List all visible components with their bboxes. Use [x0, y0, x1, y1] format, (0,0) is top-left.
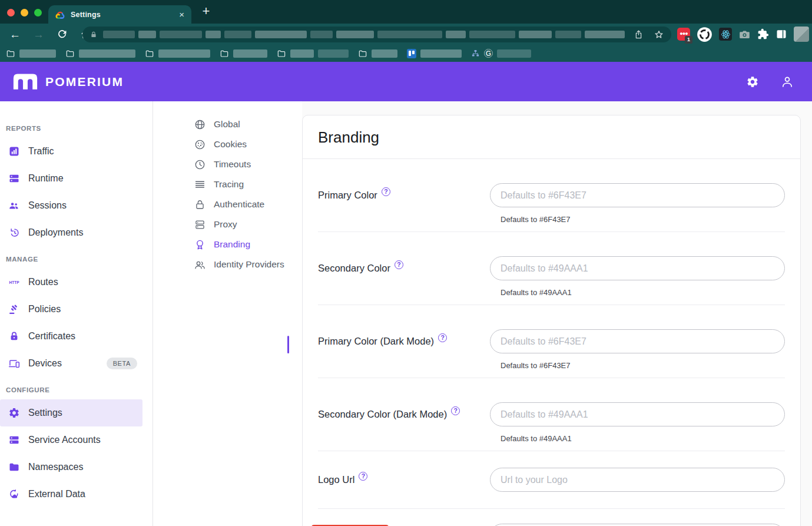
- help-icon[interactable]: ?: [395, 260, 403, 269]
- field-label: Logo Url: [318, 474, 354, 485]
- field-helper-text: Defaults to #49AAA1: [501, 434, 785, 443]
- back-button[interactable]: ←: [9, 29, 21, 40]
- subnav-item-cookies[interactable]: Cookies: [153, 134, 302, 154]
- extensions-puzzle-icon[interactable]: [757, 28, 769, 40]
- sidebar-item-service-accounts[interactable]: Service Accounts: [0, 426, 153, 454]
- extension-icons: ●●●1: [677, 24, 809, 45]
- tab-title: Settings: [71, 11, 101, 19]
- subnav-label: Timeouts: [214, 159, 251, 170]
- help-icon[interactable]: ?: [438, 333, 447, 342]
- pomerium-header: POMERIUM: [0, 62, 812, 101]
- primary-color-dark-input[interactable]: [490, 329, 785, 353]
- sidebar-item-label: Settings: [28, 408, 62, 418]
- subnav-label: Tracing: [214, 179, 244, 190]
- proxy-server-icon: [193, 219, 206, 231]
- sidebar-item-label: Policies: [28, 304, 61, 315]
- bookmark-folder[interactable]: [65, 49, 135, 58]
- beta-badge: BETA: [107, 358, 137, 369]
- secondary-color-input[interactable]: [490, 256, 785, 280]
- address-bar[interactable]: [82, 27, 671, 42]
- forward-button[interactable]: →: [33, 29, 44, 40]
- pomerium-logo-icon: [13, 73, 38, 90]
- subnav-item-identity-providers[interactable]: Identity Providers: [153, 254, 302, 274]
- bookmark-folder[interactable]: [358, 49, 397, 58]
- subnav-label: Cookies: [214, 139, 247, 150]
- sidebar-item-devices[interactable]: Devices BETA: [0, 350, 153, 377]
- branding-card: Branding Primary Color ? Defaults to #6F…: [302, 115, 801, 526]
- header-user-icon[interactable]: [780, 75, 794, 89]
- browser-tab-settings[interactable]: Settings ×: [48, 5, 191, 24]
- sidebar-item-certificates[interactable]: Certificates: [0, 323, 153, 350]
- sidebar-item-policies[interactable]: Policies: [0, 296, 153, 323]
- globe-icon: [193, 118, 206, 131]
- server-icon: [7, 434, 21, 446]
- help-icon[interactable]: ?: [359, 472, 367, 481]
- minimize-window-button[interactable]: [21, 9, 28, 16]
- bookmarks-bar: G: [0, 45, 812, 62]
- profile-avatar[interactable]: [794, 27, 809, 42]
- http-icon: HTTP: [7, 280, 21, 284]
- subnav-item-branding[interactable]: Branding: [153, 234, 302, 254]
- bookmark-folder[interactable]: [220, 49, 267, 58]
- new-tab-button[interactable]: +: [198, 3, 214, 19]
- folder-icon: [7, 461, 21, 473]
- bookmark-folder[interactable]: [277, 49, 349, 58]
- window-controls[interactable]: [7, 9, 42, 16]
- bookmark-folder[interactable]: [145, 49, 210, 58]
- sidebar-item-label: Runtime: [28, 173, 64, 184]
- sidebar-item-settings[interactable]: Settings: [0, 399, 142, 426]
- sidebar-item-namespaces[interactable]: Namespaces: [0, 454, 153, 481]
- sidebar-item-label: Routes: [28, 277, 58, 287]
- subnav-item-global[interactable]: Global: [153, 114, 302, 134]
- sidebar-section-reports: REPORTS: [0, 125, 153, 132]
- sidebar-item-label: Deployments: [28, 227, 83, 238]
- camera-extension-icon[interactable]: [738, 28, 751, 41]
- sidebar-item-external-data[interactable]: External Data: [0, 481, 153, 508]
- gavel-icon: [7, 303, 21, 315]
- header-settings-gear-icon[interactable]: [746, 75, 759, 88]
- people-icon: [7, 200, 21, 211]
- cloud-sync-icon: [7, 488, 21, 500]
- secondary-color-dark-input[interactable]: [490, 402, 785, 426]
- lock-icon[interactable]: [90, 31, 98, 39]
- bookmark-sitemap[interactable]: G: [471, 49, 531, 58]
- sidebar-item-sessions[interactable]: Sessions: [0, 192, 153, 219]
- bookmark-g-icon: G: [484, 49, 493, 58]
- logo-url-input[interactable]: [490, 468, 785, 492]
- subnav-item-proxy[interactable]: Proxy: [153, 214, 302, 234]
- sidebar-item-label: Devices: [28, 358, 62, 369]
- field-label: Primary Color (Dark Mode): [318, 336, 434, 347]
- sidebar-item-runtime[interactable]: Runtime: [0, 165, 153, 192]
- sidebar-item-label: Traffic: [28, 146, 54, 157]
- field-helper-text: Defaults to #6F43E7: [501, 361, 785, 370]
- bookmark-trello[interactable]: [407, 49, 462, 58]
- main-content: Branding Primary Color ? Defaults to #6F…: [302, 101, 812, 526]
- sidebar-item-routes[interactable]: HTTP Routes: [0, 269, 153, 296]
- share-icon[interactable]: [634, 29, 644, 39]
- react-devtools-extension-icon[interactable]: [719, 28, 732, 41]
- favicon-url-input[interactable]: [490, 524, 785, 526]
- bookmark-folder[interactable]: [6, 49, 56, 58]
- help-icon[interactable]: ?: [451, 406, 460, 415]
- bookmark-star-icon[interactable]: [654, 29, 664, 40]
- field-row-logo-url: Logo Url ?: [318, 451, 785, 509]
- reload-button[interactable]: [57, 29, 68, 40]
- lines-icon: [193, 178, 206, 191]
- subnav-item-authenticate[interactable]: Authenticate: [153, 194, 302, 214]
- subnav-label: Identity Providers: [214, 259, 284, 270]
- sidebar-item-deployments[interactable]: Deployments: [0, 219, 153, 246]
- help-icon[interactable]: ?: [382, 187, 390, 196]
- sidebar-item-traffic[interactable]: Traffic: [0, 138, 153, 165]
- adblock-extension-icon[interactable]: ●●●1: [677, 28, 690, 41]
- side-panel-icon[interactable]: [775, 28, 787, 40]
- subnav-item-timeouts[interactable]: Timeouts: [153, 154, 302, 174]
- zoom-window-button[interactable]: [34, 9, 42, 16]
- history-icon: [7, 227, 21, 239]
- subnav-item-tracing[interactable]: Tracing: [153, 174, 302, 194]
- primary-color-input[interactable]: [490, 183, 785, 207]
- people-outline-icon: [193, 259, 206, 271]
- shutter-extension-icon[interactable]: [697, 27, 712, 42]
- close-tab-icon[interactable]: ×: [179, 10, 184, 19]
- close-window-button[interactable]: [7, 9, 15, 16]
- extension-badge: 1: [685, 36, 692, 44]
